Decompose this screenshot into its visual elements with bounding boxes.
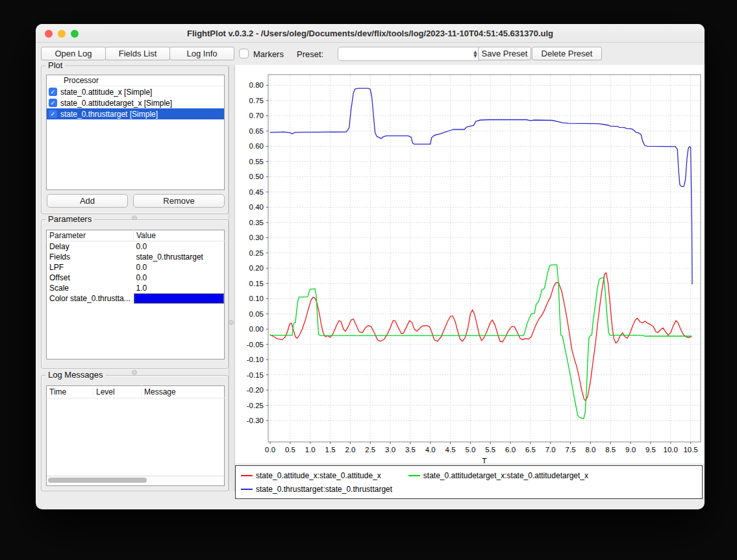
- svg-text:0.70: 0.70: [249, 112, 264, 119]
- titlebar[interactable]: FlightPlot v.0.3.2 - /Users/oleg/Documen…: [36, 24, 705, 43]
- svg-text:4.5: 4.5: [445, 446, 456, 454]
- markers-checkbox[interactable]: [239, 49, 249, 58]
- svg-text:8.0: 8.0: [585, 446, 595, 454]
- table-row[interactable]: Fields state_0.thrusttarget: [47, 252, 225, 262]
- svg-text:0.20: 0.20: [249, 264, 264, 272]
- svg-text:7.5: 7.5: [566, 446, 576, 454]
- svg-text:0.45: 0.45: [249, 188, 264, 196]
- vertical-splitter-handle[interactable]: [229, 320, 234, 325]
- save-preset-button[interactable]: Save Preset: [478, 47, 531, 60]
- remove-button[interactable]: Remove: [133, 194, 225, 208]
- svg-text:-0.10: -0.10: [247, 356, 264, 363]
- svg-text:5.0: 5.0: [465, 446, 475, 454]
- preset-combobox[interactable]: ▲▼: [338, 47, 482, 61]
- parameters-col-parameter[interactable]: Parameter: [47, 230, 134, 241]
- legend-item-attitudetarget-x: state_0.attitudetarget_x:state_0.attitud…: [408, 471, 588, 480]
- scrollbar-thumb[interactable]: [48, 478, 147, 483]
- svg-text:-0.15: -0.15: [247, 371, 264, 379]
- svg-text:7.0: 7.0: [545, 446, 556, 454]
- svg-text:0.80: 0.80: [249, 81, 264, 89]
- svg-text:8.5: 8.5: [605, 446, 616, 454]
- svg-text:3.5: 3.5: [405, 446, 416, 454]
- list-item[interactable]: ✓ state_0.attitude_x [Simple]: [47, 86, 224, 97]
- legend-item-attitude-x: state_0.attitude_x:state_0.attitude_x: [241, 471, 381, 480]
- svg-text:6.0: 6.0: [505, 446, 516, 454]
- window-title: FlightPlot v.0.3.2 - /Users/oleg/Documen…: [36, 29, 705, 38]
- svg-text:-0.05: -0.05: [247, 341, 264, 348]
- vertical-splitter[interactable]: [229, 65, 235, 491]
- parameters-group-title: Parameters: [45, 214, 94, 224]
- svg-text:9.0: 9.0: [625, 446, 636, 454]
- table-row[interactable]: Delay 0.0: [47, 241, 225, 252]
- svg-text:1.5: 1.5: [325, 446, 336, 454]
- svg-text:T: T: [482, 457, 487, 463]
- svg-text:-0.25: -0.25: [247, 402, 264, 409]
- svg-text:9.5: 9.5: [645, 446, 656, 454]
- fields-list-button[interactable]: Fields List: [105, 47, 170, 60]
- checkbox-checked-icon[interactable]: ✓: [49, 88, 57, 96]
- svg-text:0.00: 0.00: [249, 325, 264, 333]
- add-button[interactable]: Add: [47, 194, 128, 208]
- log-col-time[interactable]: Time: [47, 386, 94, 398]
- checkbox-checked-icon[interactable]: ✓: [49, 110, 57, 118]
- flight-plot-chart[interactable]: 0.00.51.01.52.02.53.03.54.04.55.05.56.06…: [235, 65, 705, 463]
- svg-text:0.65: 0.65: [249, 127, 264, 135]
- svg-text:0.35: 0.35: [249, 219, 264, 226]
- list-item[interactable]: ✓ state_0.attitudetarget_x [Simple]: [47, 97, 224, 108]
- svg-text:0.30: 0.30: [249, 234, 264, 241]
- svg-text:5.5: 5.5: [485, 446, 495, 454]
- svg-text:0.40: 0.40: [249, 203, 264, 211]
- svg-text:10.0: 10.0: [664, 446, 678, 454]
- table-row[interactable]: Scale 1.0: [47, 283, 225, 293]
- table-row[interactable]: Offset 0.0: [47, 273, 225, 283]
- markers-label: Markers: [253, 49, 284, 59]
- parameters-col-value[interactable]: Value: [134, 230, 225, 241]
- svg-text:2.0: 2.0: [345, 446, 355, 454]
- plot-group-title: Plot: [45, 60, 65, 70]
- svg-text:6.5: 6.5: [525, 446, 536, 454]
- green-line-swatch: [408, 475, 420, 476]
- svg-text:-0.30: -0.30: [247, 417, 264, 424]
- svg-text:2.5: 2.5: [365, 446, 375, 454]
- svg-text:0.0: 0.0: [265, 446, 275, 454]
- log-col-level[interactable]: Level: [94, 386, 142, 398]
- processor-list[interactable]: Processor ✓ state_0.attitude_x [Simple] …: [46, 75, 225, 190]
- svg-text:0.60: 0.60: [249, 142, 264, 150]
- table-row[interactable]: LPF 0.0: [47, 262, 225, 273]
- legend-item-thrusttarget: state_0.thrusttarget:state_0.thrusttarge…: [241, 485, 392, 494]
- checkbox-checked-icon[interactable]: ✓: [49, 99, 57, 107]
- preset-label: Preset:: [297, 49, 323, 59]
- log-messages-group: Log Messages Time Level Message: [41, 375, 229, 491]
- plot-group: Plot Processor ✓ state_0.attitude_x [Sim…: [41, 66, 229, 214]
- svg-text:0.75: 0.75: [249, 97, 264, 104]
- log-info-button[interactable]: Log Info: [169, 47, 234, 60]
- svg-text:0.5: 0.5: [285, 446, 295, 454]
- svg-text:0.55: 0.55: [249, 158, 264, 165]
- svg-text:0.50: 0.50: [249, 173, 264, 180]
- red-line-swatch: [241, 475, 253, 476]
- delete-preset-button[interactable]: Delete Preset: [532, 47, 602, 60]
- svg-text:-0.20: -0.20: [247, 386, 264, 394]
- list-item-selected[interactable]: ✓ state_0.thrusttarget [Simple]: [47, 108, 224, 119]
- horizontal-splitter-handle[interactable]: [132, 370, 137, 375]
- processor-column-header[interactable]: Processor: [47, 75, 224, 86]
- chart-legend: state_0.attitude_x:state_0.attitude_x st…: [235, 465, 703, 499]
- blue-line-swatch: [241, 489, 253, 490]
- log-col-message[interactable]: Message: [142, 386, 225, 398]
- svg-text:3.0: 3.0: [385, 446, 395, 454]
- color-swatch[interactable]: [134, 294, 224, 303]
- svg-text:0.25: 0.25: [249, 249, 264, 257]
- svg-text:0.05: 0.05: [249, 310, 264, 318]
- log-messages-group-title: Log Messages: [45, 370, 106, 380]
- svg-text:10.5: 10.5: [683, 446, 697, 454]
- log-messages-table[interactable]: Time Level Message: [46, 385, 225, 486]
- parameters-table[interactable]: Parameter Value Delay 0.0 Fields state_0…: [46, 230, 225, 359]
- horizontal-scrollbar[interactable]: [47, 476, 224, 483]
- open-log-button[interactable]: Open Log: [41, 47, 106, 60]
- svg-text:0.10: 0.10: [249, 295, 264, 302]
- chart-panel[interactable]: 0.00.51.01.52.02.53.03.54.04.55.05.56.06…: [235, 65, 705, 463]
- svg-text:0.15: 0.15: [249, 280, 264, 287]
- table-row-color[interactable]: Color state_0.thrustta...: [47, 293, 225, 304]
- parameters-group: Parameters Parameter Value Delay 0.0 Fie…: [41, 219, 229, 369]
- svg-text:4.0: 4.0: [425, 446, 436, 454]
